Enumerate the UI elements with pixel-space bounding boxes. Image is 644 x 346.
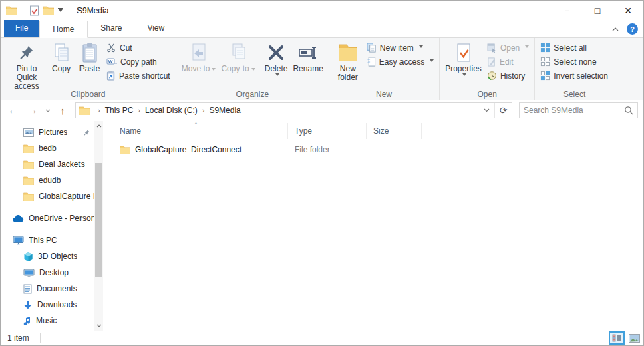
copy-to-button[interactable]: Copy to [218,39,257,73]
content-area: Pictures bedb Deal Jackets edudb GlobalC… [1,121,643,331]
scroll-down-icon[interactable] [96,321,102,331]
invert-selection-button[interactable]: Invert selection [538,69,611,83]
select-all-button[interactable]: Select all [538,41,611,55]
quick-access-toolbar [6,5,71,16]
sidebar-item-this-pc[interactable]: This PC [1,232,94,248]
properties-icon [455,41,472,64]
sidebar-item-documents[interactable]: Documents [1,281,94,297]
copy-path-button[interactable]: Copy path [104,55,173,69]
file-type: File folder [288,145,367,154]
up-button[interactable]: ↑ [54,102,71,119]
easy-access-button[interactable]: Easy access [364,55,436,69]
paste-button[interactable]: Paste [75,39,104,73]
column-header-type[interactable]: Type [288,123,367,139]
tab-view[interactable]: View [134,20,177,37]
refresh-icon[interactable]: ⟳ [494,103,512,118]
search-icon[interactable] [624,106,633,115]
folder-icon [23,176,34,185]
paste-icon [81,41,98,64]
sidebar-item-desktop[interactable]: Desktop [1,265,94,281]
item-count: 1 item [1,333,29,343]
ribbon-tab-bar: File Home Share View ? [1,21,643,38]
properties-button[interactable]: Properties [442,39,484,78]
sidebar-item-music[interactable]: Music [1,313,94,329]
scrollbar-thumb[interactable] [95,163,102,277]
open-dropdown-caret [525,45,529,50]
download-arrow-icon [23,300,33,310]
history-button[interactable]: History [484,69,532,83]
organize-group-label: Organize [176,90,329,99]
minimize-button[interactable]: − [551,1,582,21]
rename-button[interactable]: Rename [290,39,325,73]
history-icon [487,71,497,81]
close-button[interactable]: ✕ [613,1,643,21]
tab-file[interactable]: File [4,20,39,37]
maximize-button[interactable]: □ [582,1,613,21]
qat-separator [23,5,23,16]
pictures-icon [23,128,34,137]
details-view-button[interactable] [609,331,625,345]
clipboard-group-label: Clipboard [1,90,176,99]
forward-button[interactable]: → [23,102,42,119]
sidebar-scrollbar[interactable] [94,121,103,331]
qat-new-folder-icon[interactable] [43,6,54,15]
open-button[interactable]: Open [484,41,532,55]
help-icon[interactable]: ? [627,23,638,35]
customize-qat-dropdown-icon[interactable] [58,8,63,14]
sidebar-item-pictures-quickaccess[interactable]: Pictures [1,124,94,140]
ribbon-group-new: New folder New item Easy access [329,38,439,100]
sidebar-item-downloads[interactable]: Downloads [1,297,94,313]
delete-icon [267,41,285,64]
sidebar-item-deal-jackets[interactable]: Deal Jackets [1,156,94,172]
paste-shortcut-button[interactable]: Paste shortcut [104,69,173,83]
sort-ascending-icon: ˆ [195,122,197,128]
copy-icon [52,41,71,64]
select-none-icon [540,57,550,67]
file-row[interactable]: GlobalCapture_DirectConnect File folder [104,140,643,159]
sidebar-item-onedrive[interactable]: OneDrive - Personal [1,210,94,226]
copy-button[interactable]: Copy [47,39,75,73]
file-list-pane: ˆ Name Type Size GlobalCapture_DirectCon… [104,121,643,331]
tab-home[interactable]: Home [39,21,88,38]
new-item-button[interactable]: New item [364,41,436,55]
scrollbar-track[interactable] [94,131,103,321]
ribbon-group-open: Properties Open Edit [439,38,534,100]
easy-access-icon [367,57,376,67]
back-button[interactable]: ← [3,102,23,119]
pin-icon [18,41,35,64]
cut-button[interactable]: Cut [104,41,173,55]
navigation-pane: Pictures bedb Deal Jackets edudb GlobalC… [1,121,104,331]
recent-locations-icon[interactable] [42,102,54,119]
qat-properties-icon[interactable] [29,5,39,16]
file-name: GlobalCapture_DirectConnect [135,145,242,154]
scroll-up-icon[interactable] [96,121,102,131]
sidebar-item-edudb[interactable]: edudb [1,172,94,188]
select-none-button[interactable]: Select none [538,55,611,69]
collapse-ribbon-icon[interactable] [612,27,619,31]
column-header-size[interactable]: Size [367,123,422,139]
folder-icon [120,146,130,154]
open-icon [487,43,497,53]
edit-button[interactable]: Edit [484,55,532,69]
select-group-label: Select [535,90,613,99]
sidebar-item-globalcapture[interactable]: GlobalCapture In [1,188,94,204]
move-to-button[interactable]: Move to [179,39,219,73]
delete-dropdown-caret [275,73,279,78]
large-icons-view-button[interactable] [627,332,641,344]
breadcrumb-s9media[interactable]: S9Media [209,106,240,115]
invert-selection-icon [540,71,550,81]
breadcrumb-this-pc[interactable]: This PC [105,106,134,115]
new-folder-button[interactable]: New folder [332,39,364,82]
breadcrumb-local-disk-c[interactable]: Local Disk (C:) [145,106,198,115]
address-dropdown-icon[interactable] [479,108,494,112]
tab-share[interactable]: Share [88,20,134,37]
search-input[interactable] [524,106,624,115]
app-folder-icon [6,6,17,15]
pin-to-quick-access-button[interactable]: Pin to Quick access [6,39,47,91]
address-bar[interactable]: › This PC › Local Disk (C:) › S9Media ⟳ [75,102,512,118]
sidebar-item-3d-objects[interactable]: 3D Objects [1,248,94,265]
new-folder-icon [338,41,358,64]
sidebar-item-bedb[interactable]: bedb [1,140,94,156]
ribbon-group-clipboard: Pin to Quick access Copy Paste [1,38,176,100]
delete-button[interactable]: Delete [262,39,291,78]
